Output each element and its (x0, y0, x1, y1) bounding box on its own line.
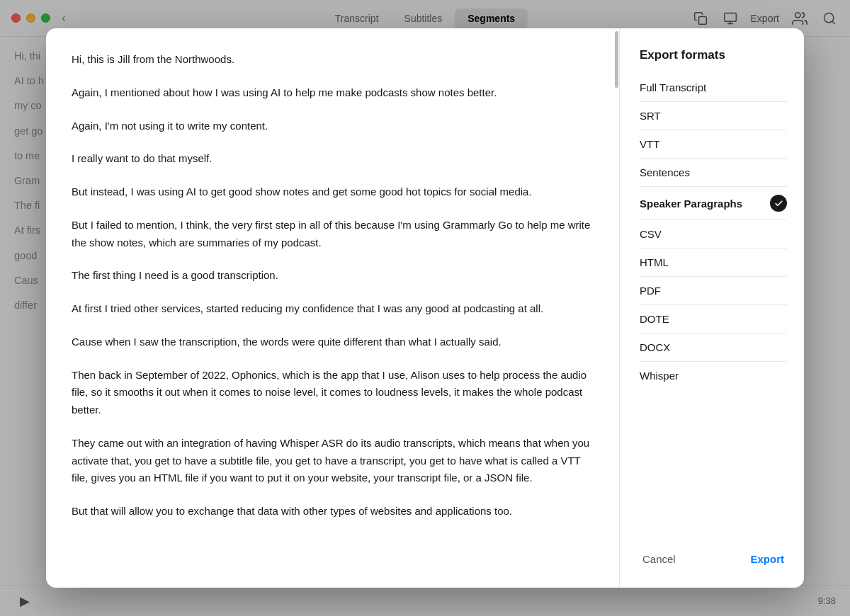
format-label-sentences: Sentences (640, 166, 690, 178)
scroll-thumb (615, 31, 618, 88)
format-label-vtt: VTT (640, 138, 659, 150)
transcript-para-5: But instead, I was using AI to get good … (72, 183, 594, 201)
scroll-track (613, 28, 619, 588)
format-label-csv: CSV (640, 228, 662, 240)
transcript-panel[interactable]: Hi, this is Jill from the Northwoods. Ag… (46, 28, 620, 588)
format-srt[interactable]: SRT (640, 102, 787, 130)
format-list: Full Transcript SRT VTT Sentences Speake… (640, 74, 787, 533)
format-docx[interactable]: DOCX (640, 333, 787, 362)
export-panel: Export formats Full Transcript SRT VTT S… (620, 28, 804, 588)
format-pdf[interactable]: PDF (640, 277, 787, 305)
format-label-pdf: PDF (640, 285, 661, 297)
modal-overlay: Hi, this is Jill from the Northwoods. Ag… (0, 0, 850, 616)
cancel-button[interactable]: Cancel (640, 547, 679, 571)
format-label-speaker-paragraphs: Speaker Paragraphs (640, 198, 742, 210)
export-formats-title: Export formats (640, 48, 787, 62)
transcript-para-4: I really want to do that myself. (72, 150, 594, 168)
modal-footer: Cancel Export (640, 533, 787, 571)
format-dote[interactable]: DOTE (640, 305, 787, 333)
format-label-srt: SRT (640, 110, 661, 122)
format-label-whisper: Whisper (640, 370, 679, 382)
format-vtt[interactable]: VTT (640, 130, 787, 159)
format-full-transcript[interactable]: Full Transcript (640, 74, 787, 102)
selected-check-icon (770, 195, 787, 212)
transcript-para-1: Hi, this is Jill from the Northwoods. (72, 51, 594, 69)
export-button[interactable]: Export (747, 547, 787, 571)
format-speaker-paragraphs[interactable]: Speaker Paragraphs (640, 187, 787, 220)
format-whisper[interactable]: Whisper (640, 362, 787, 389)
transcript-para-3: Again, I'm not using it to write my cont… (72, 118, 594, 135)
format-label-dote: DOTE (640, 313, 669, 325)
format-csv[interactable]: CSV (640, 220, 787, 249)
transcript-para-8: At first I tried other services, started… (72, 300, 594, 318)
transcript-para-6: But I failed to mention, I think, the ve… (72, 217, 594, 252)
transcript-para-7: The first thing I need is a good transcr… (72, 267, 594, 285)
transcript-para-10: Then back in September of 2022, Ophonics… (72, 367, 594, 419)
format-label-full-transcript: Full Transcript (640, 81, 706, 93)
format-sentences[interactable]: Sentences (640, 159, 787, 187)
format-label-html: HTML (640, 256, 669, 268)
format-label-docx: DOCX (640, 341, 670, 353)
transcript-para-2: Again, I mentioned about how I was using… (72, 84, 594, 102)
transcript-para-12: But that will allow you to exchange that… (72, 503, 594, 520)
format-html[interactable]: HTML (640, 249, 787, 277)
transcript-para-9: Cause when I saw the transcription, the … (72, 333, 594, 351)
transcript-para-11: They came out with an integration of hav… (72, 435, 594, 487)
modal-dialog: Hi, this is Jill from the Northwoods. Ag… (46, 28, 804, 588)
